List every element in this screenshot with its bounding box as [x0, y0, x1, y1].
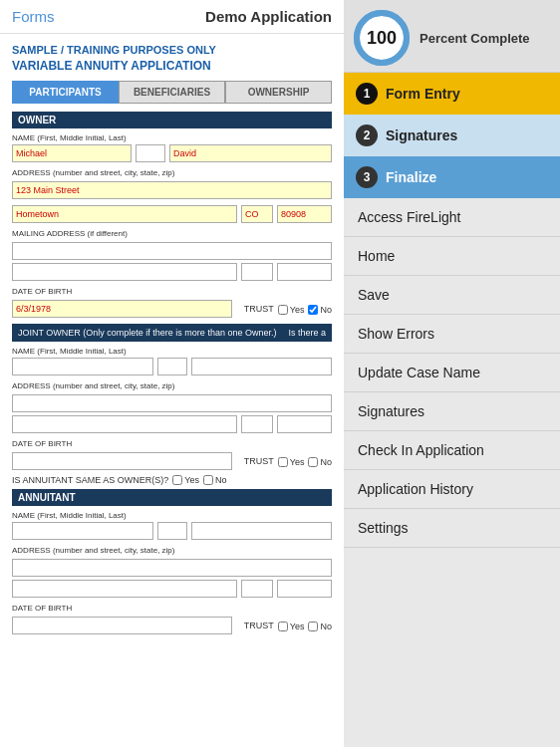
step-1-badge: 1	[356, 83, 378, 105]
menu-access-firelight[interactable]: Access FireLight	[344, 198, 560, 237]
step-1-label: Form Entry	[386, 86, 460, 102]
mailing-city-input[interactable]	[12, 263, 237, 281]
menu-home[interactable]: Home	[344, 237, 560, 276]
menu-save[interactable]: Save	[344, 276, 560, 315]
annuitant-name-label: NAME (First, Middle Initial, Last)	[12, 511, 332, 520]
annuitant-trust-no-checkbox[interactable]	[308, 622, 318, 631]
joint-owner-label: JOINT OWNER (Only complete if there is m…	[18, 328, 276, 338]
menu-update-case-name[interactable]: Update Case Name	[344, 354, 560, 392]
same-no-checkbox[interactable]	[203, 475, 213, 485]
step-form-entry[interactable]: 1 Form Entry	[344, 73, 560, 115]
owner-middle-input[interactable]	[136, 144, 165, 162]
joint-trust-yes-label[interactable]: Yes	[278, 457, 305, 467]
name-label: NAME (First, Middle Initial, Last)	[12, 133, 332, 142]
mailing-label: MAILING ADDRESS (if different)	[12, 229, 332, 238]
trust-no-checkbox[interactable]	[308, 305, 318, 315]
mailing-address-group: MAILING ADDRESS (if different)	[12, 229, 332, 281]
owner-address-group: ADDRESS (number and street, city, state,…	[12, 168, 332, 199]
joint-trust-no-label[interactable]: No	[308, 457, 332, 467]
annuitant-zip-input[interactable]	[277, 580, 332, 598]
owner-zip-input[interactable]	[277, 205, 332, 223]
annuitant-middle-input[interactable]	[157, 522, 187, 540]
annuitant-section-label: ANNUITANT	[12, 489, 332, 506]
trust-no-label[interactable]: No	[308, 305, 332, 315]
forms-link[interactable]: Forms	[12, 8, 55, 25]
step-3-label: Finalize	[386, 169, 436, 185]
annuitant-trust-yes-checkbox[interactable]	[278, 622, 288, 631]
sample-notice: SAMPLE / TRAINING PURPOSES ONLY	[12, 44, 332, 56]
left-header: Forms Demo Application	[0, 0, 344, 34]
tab-beneficiaries[interactable]: BENEFICIARIES	[119, 81, 225, 104]
mailing-state-input[interactable]	[241, 263, 273, 281]
annuitant-address-input[interactable]	[12, 559, 332, 577]
same-no-label[interactable]: No	[203, 475, 227, 485]
right-panel: 100 Percent Complete 1 Form Entry 2 Sign…	[344, 0, 560, 747]
annuitant-trust-no-label[interactable]: No	[308, 622, 332, 631]
same-yes-checkbox[interactable]	[172, 475, 182, 485]
annuitant-trust-label: TRUST	[244, 621, 274, 630]
annuitant-city-input[interactable]	[12, 580, 237, 598]
joint-state-input[interactable]	[241, 415, 273, 433]
app-subtitle: VARIABLE ANNUITY APPLICATION	[12, 59, 332, 73]
annuitant-state-input[interactable]	[241, 580, 273, 598]
annuitant-last-input[interactable]	[191, 522, 333, 540]
percent-complete-label: Percent Complete	[420, 31, 530, 46]
menu-signatures[interactable]: Signatures	[344, 392, 560, 431]
progress-circle: 100	[354, 10, 410, 66]
joint-trust-yes-checkbox[interactable]	[278, 457, 288, 467]
joint-first-input[interactable]	[12, 358, 153, 375]
menu-show-errors[interactable]: Show Errors	[344, 315, 560, 354]
owner-state-input[interactable]	[241, 205, 273, 223]
mailing-address-input[interactable]	[12, 242, 332, 260]
step-signatures[interactable]: 2 Signatures	[344, 115, 560, 156]
annuitant-address-group: ADDRESS (number and street, city, state,…	[12, 546, 332, 598]
owner-address-input[interactable]	[12, 181, 332, 199]
same-owner-row: IS ANNUITANT SAME AS OWNER(S)? Yes No	[12, 475, 332, 485]
step-2-badge: 2	[356, 124, 378, 146]
trust-yes-checkbox[interactable]	[278, 305, 288, 315]
app-title: Demo Application	[205, 8, 332, 25]
same-yes-label[interactable]: Yes	[172, 475, 199, 485]
step-finalize[interactable]: 3 Finalize	[344, 156, 560, 198]
menu-application-history[interactable]: Application History	[344, 470, 560, 509]
joint-dob-label: DATE OF BIRTH	[12, 439, 232, 448]
trust-label: TRUST	[244, 304, 274, 314]
owner-city-input[interactable]	[12, 205, 237, 223]
progress-section: 100 Percent Complete	[344, 0, 560, 73]
step-3-badge: 3	[356, 166, 378, 188]
joint-last-input[interactable]	[191, 358, 333, 375]
joint-city-input[interactable]	[12, 415, 237, 433]
form-content: SAMPLE / TRAINING PURPOSES ONLY VARIABLE…	[0, 34, 344, 747]
annuitant-dob-label: DATE OF BIRTH	[12, 604, 232, 613]
owner-dob-input[interactable]	[12, 300, 232, 318]
menu-check-in-application[interactable]: Check In Application	[344, 431, 560, 470]
annuitant-trust-yes-label[interactable]: Yes	[278, 622, 305, 631]
owner-last-input[interactable]	[169, 144, 332, 162]
joint-dob-input[interactable]	[12, 452, 232, 470]
tab-participants[interactable]: PARTICIPANTS	[12, 81, 119, 104]
menu-settings[interactable]: Settings	[344, 509, 560, 548]
progress-number: 100	[367, 28, 397, 49]
menu-list: Access FireLight Home Save Show Errors U…	[344, 198, 560, 747]
joint-middle-input[interactable]	[157, 358, 187, 375]
step-2-label: Signatures	[386, 127, 457, 143]
joint-trust-label: TRUST	[244, 456, 274, 466]
owner-section-label: OWNER	[12, 112, 332, 128]
same-owner-label: IS ANNUITANT SAME AS OWNER(S)?	[12, 475, 168, 485]
owner-first-input[interactable]	[12, 144, 132, 162]
joint-address-input[interactable]	[12, 394, 332, 412]
annuitant-name-group: NAME (First, Middle Initial, Last)	[12, 511, 332, 540]
joint-zip-input[interactable]	[277, 415, 332, 433]
tab-ownership[interactable]: OWNERSHIP	[225, 81, 332, 104]
joint-is-there: Is there a	[288, 328, 326, 338]
dob-label: DATE OF BIRTH	[12, 287, 232, 296]
joint-address-group: ADDRESS (number and street, city, state,…	[12, 381, 332, 433]
annuitant-dob-input[interactable]	[12, 617, 232, 634]
trust-yes-label[interactable]: Yes	[278, 305, 305, 315]
annuitant-first-input[interactable]	[12, 522, 153, 540]
owner-name-group: NAME (First, Middle Initial, Last)	[12, 133, 332, 162]
tab-bar: PARTICIPANTS BENEFICIARIES OWNERSHIP	[12, 81, 332, 104]
joint-owner-section: JOINT OWNER (Only complete if there is m…	[12, 324, 332, 342]
mailing-zip-input[interactable]	[277, 263, 332, 281]
joint-trust-no-checkbox[interactable]	[308, 457, 318, 467]
